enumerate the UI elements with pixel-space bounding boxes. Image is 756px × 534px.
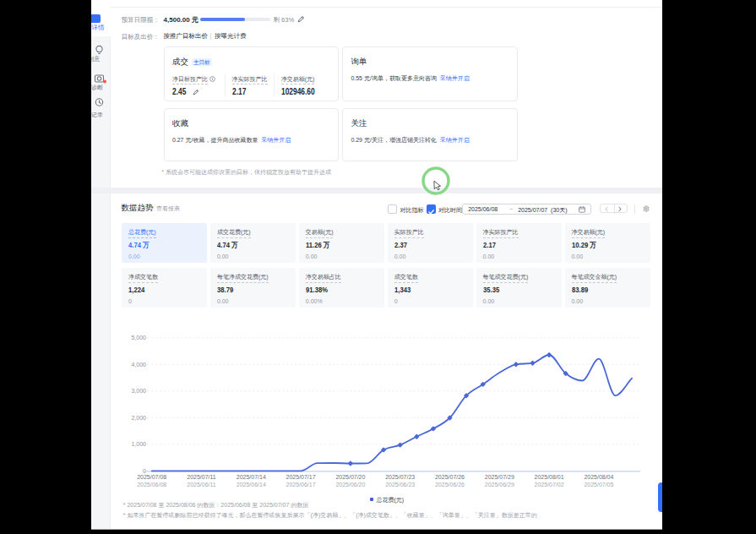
svg-text:3,000: 3,000 xyxy=(131,388,146,394)
svg-text:1,000: 1,000 xyxy=(131,441,146,447)
svg-text:2025/07/17: 2025/07/17 xyxy=(286,474,316,480)
svg-text:2025/08/04: 2025/08/04 xyxy=(584,474,613,480)
svg-text:2025/07/14: 2025/07/14 xyxy=(237,474,266,480)
svg-text:2025/07/05: 2025/07/05 xyxy=(584,482,613,488)
svg-text:2025/07/11: 2025/07/11 xyxy=(187,474,216,480)
svg-text:2025/08/01: 2025/08/01 xyxy=(535,474,564,480)
svg-text:2025/07/23: 2025/07/23 xyxy=(385,474,415,480)
svg-text:2025/07/02: 2025/07/02 xyxy=(535,482,564,488)
svg-text:2025/06/20: 2025/06/20 xyxy=(335,482,365,488)
svg-text:2025/06/29: 2025/06/29 xyxy=(485,482,514,488)
svg-text:2025/06/14: 2025/06/14 xyxy=(237,482,266,488)
svg-text:2025/07/20: 2025/07/20 xyxy=(335,474,365,480)
svg-text:2025/07/29: 2025/07/29 xyxy=(485,474,514,480)
svg-text:2,000: 2,000 xyxy=(131,415,146,421)
svg-text:2025/06/23: 2025/06/23 xyxy=(385,482,415,488)
svg-text:2025/06/17: 2025/06/17 xyxy=(286,482,316,488)
svg-text:2025/07/08: 2025/07/08 xyxy=(137,474,166,480)
svg-text:2025/06/11: 2025/06/11 xyxy=(187,482,216,488)
svg-text:5,000: 5,000 xyxy=(131,335,146,341)
svg-text:2025/06/26: 2025/06/26 xyxy=(435,482,465,488)
svg-text:2025/06/08: 2025/06/08 xyxy=(137,482,166,488)
svg-text:4,000: 4,000 xyxy=(131,362,146,368)
svg-text:2025/07/26: 2025/07/26 xyxy=(435,474,465,480)
